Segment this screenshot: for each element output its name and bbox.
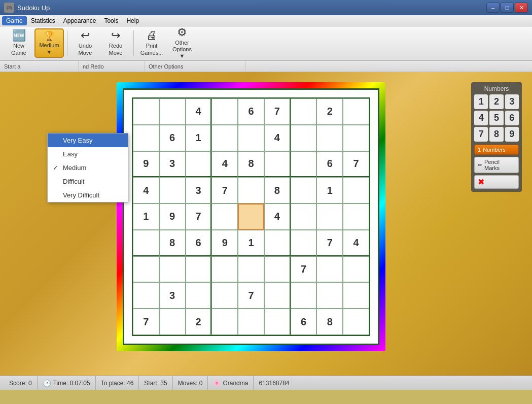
- undo-button[interactable]: ↩ UndoMove: [70, 28, 100, 58]
- number-8[interactable]: 8: [489, 127, 503, 142]
- dropdown-item-easy[interactable]: Easy: [48, 147, 128, 161]
- cell-8-3[interactable]: [211, 309, 238, 335]
- redo-button[interactable]: ↪ RedoMove: [101, 28, 130, 58]
- dropdown-item-difficult[interactable]: Difficult: [48, 175, 128, 188]
- cell-8-1[interactable]: [159, 309, 186, 335]
- cell-1-7[interactable]: [316, 125, 343, 151]
- cell-5-5[interactable]: [264, 230, 291, 256]
- cell-5-7[interactable]: 7: [316, 230, 343, 256]
- cell-7-8[interactable]: [343, 282, 369, 309]
- cell-3-1[interactable]: [159, 177, 186, 204]
- cell-5-0[interactable]: [133, 230, 159, 256]
- cell-7-3[interactable]: [211, 282, 238, 309]
- cell-2-2[interactable]: [186, 151, 212, 178]
- minimize-button[interactable]: –: [486, 3, 500, 13]
- cell-2-3[interactable]: 4: [211, 151, 238, 178]
- cell-1-8[interactable]: [343, 125, 369, 151]
- cell-5-8[interactable]: 4: [343, 230, 369, 256]
- cell-5-4[interactable]: 1: [238, 230, 264, 256]
- cell-3-2[interactable]: 3: [186, 177, 212, 204]
- cell-3-0[interactable]: 4: [133, 177, 159, 204]
- cell-3-7[interactable]: 1: [316, 177, 343, 204]
- cell-0-3[interactable]: [211, 98, 238, 125]
- cell-6-2[interactable]: [186, 256, 212, 283]
- cell-2-6[interactable]: [291, 151, 317, 178]
- cell-8-6[interactable]: 6: [291, 309, 317, 335]
- cell-0-0[interactable]: [133, 98, 159, 125]
- dropdown-item-very-difficult[interactable]: Very Difficult: [48, 188, 128, 202]
- cell-1-3[interactable]: [211, 125, 238, 151]
- cell-2-7[interactable]: 6: [316, 151, 343, 178]
- cell-6-8[interactable]: [343, 256, 369, 283]
- cell-8-7[interactable]: 8: [316, 309, 343, 335]
- cell-3-5[interactable]: 8: [264, 177, 291, 204]
- cell-5-1[interactable]: 8: [159, 230, 186, 256]
- menu-item-statistics[interactable]: Statistics: [27, 16, 59, 25]
- cell-2-1[interactable]: 3: [159, 151, 186, 178]
- numbers-mode-button[interactable]: 1 Numbers: [474, 145, 519, 155]
- cell-5-3[interactable]: 9: [211, 230, 238, 256]
- cell-6-4[interactable]: [238, 256, 264, 283]
- cell-1-4[interactable]: [238, 125, 264, 151]
- cell-5-2[interactable]: 6: [186, 230, 212, 256]
- cell-1-1[interactable]: 6: [159, 125, 186, 151]
- number-1[interactable]: 1: [474, 94, 488, 109]
- cell-1-0[interactable]: [133, 125, 159, 151]
- dropdown-item-medium[interactable]: Medium: [48, 161, 128, 175]
- cell-2-4[interactable]: 8: [238, 151, 264, 178]
- cell-6-5[interactable]: [264, 256, 291, 283]
- number-4[interactable]: 4: [474, 111, 488, 125]
- cell-7-1[interactable]: 3: [159, 282, 186, 309]
- cell-8-0[interactable]: 7: [133, 309, 159, 335]
- cell-0-4[interactable]: 6: [238, 98, 264, 125]
- cell-2-5[interactable]: [264, 151, 291, 178]
- cell-0-8[interactable]: [343, 98, 369, 125]
- cell-1-6[interactable]: [291, 125, 317, 151]
- menu-item-help[interactable]: Help: [122, 16, 143, 25]
- cell-7-2[interactable]: [186, 282, 212, 309]
- menu-item-tools[interactable]: Tools: [100, 16, 122, 25]
- cell-4-3[interactable]: [211, 204, 238, 230]
- number-7[interactable]: 7: [474, 127, 488, 142]
- cell-7-5[interactable]: [264, 282, 291, 309]
- menu-item-game[interactable]: Game: [2, 16, 27, 25]
- cell-0-2[interactable]: 4: [186, 98, 212, 125]
- cell-6-3[interactable]: [211, 256, 238, 283]
- cell-4-5[interactable]: 4: [264, 204, 291, 230]
- cell-8-5[interactable]: [264, 309, 291, 335]
- cell-1-2[interactable]: 1: [186, 125, 212, 151]
- print-button[interactable]: 🖨 PrintGames...: [137, 28, 166, 58]
- cell-0-7[interactable]: 2: [316, 98, 343, 125]
- cell-7-4[interactable]: 7: [238, 282, 264, 309]
- cell-2-0[interactable]: 9: [133, 151, 159, 178]
- cell-3-8[interactable]: [343, 177, 369, 204]
- number-6[interactable]: 6: [505, 111, 519, 125]
- number-9[interactable]: 9: [505, 127, 519, 142]
- cell-4-6[interactable]: [291, 204, 317, 230]
- close-button[interactable]: ✕: [515, 3, 528, 13]
- cell-7-6[interactable]: [291, 282, 317, 309]
- cell-6-1[interactable]: [159, 256, 186, 283]
- sudoku-board[interactable]: 46726149348674378119748691747377268: [132, 97, 370, 336]
- cell-1-5[interactable]: 4: [264, 125, 291, 151]
- cell-3-4[interactable]: [238, 177, 264, 204]
- difficulty-button[interactable]: 🏆 Medium ▼: [34, 28, 64, 58]
- number-5[interactable]: 5: [489, 111, 503, 125]
- cell-6-7[interactable]: [316, 256, 343, 283]
- cell-4-4[interactable]: [238, 204, 264, 230]
- cell-0-6[interactable]: [291, 98, 317, 125]
- cell-0-5[interactable]: 7: [264, 98, 291, 125]
- cell-0-1[interactable]: [159, 98, 186, 125]
- cell-8-2[interactable]: 2: [186, 309, 212, 335]
- cell-6-0[interactable]: [133, 256, 159, 283]
- cell-4-2[interactable]: 7: [186, 204, 212, 230]
- cell-4-1[interactable]: 9: [159, 204, 186, 230]
- delete-button[interactable]: ✖: [474, 175, 519, 189]
- cell-2-8[interactable]: 7: [343, 151, 369, 178]
- cell-8-4[interactable]: [238, 309, 264, 335]
- cell-4-8[interactable]: [343, 204, 369, 230]
- cell-7-0[interactable]: [133, 282, 159, 309]
- menu-item-appearance[interactable]: Appearance: [59, 16, 100, 25]
- cell-6-6[interactable]: 7: [291, 256, 317, 283]
- number-2[interactable]: 2: [489, 94, 503, 109]
